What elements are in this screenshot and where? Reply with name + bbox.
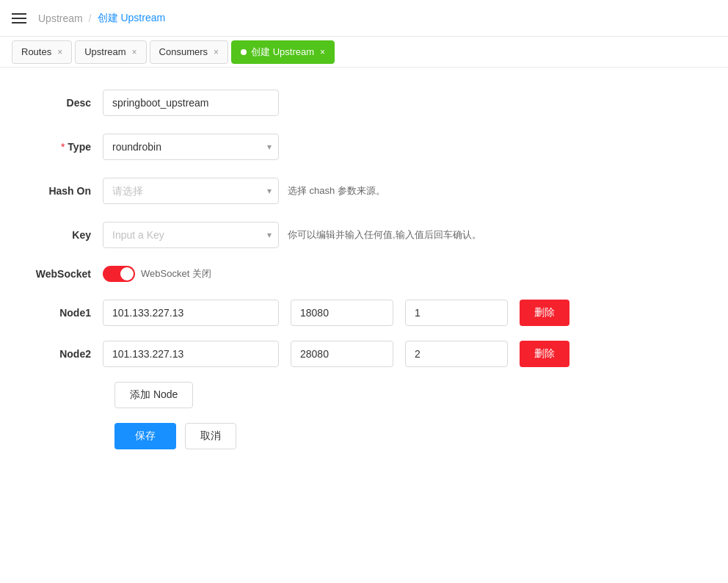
tab-consumers-label: Consumers: [159, 46, 208, 57]
tab-upstream-label: Upstream: [84, 46, 125, 57]
node1-weight-input[interactable]: [405, 300, 508, 326]
save-button[interactable]: 保存: [114, 423, 176, 449]
tab-create-upstream-label: 创建 Upstream: [251, 46, 314, 59]
header: Upstream / 创建 Upstream: [0, 0, 728, 37]
key-hint: 你可以编辑并输入任何值,输入值后回车确认。: [288, 228, 481, 242]
websocket-row: WebSocket WebSocket 关闭: [29, 266, 699, 282]
hashon-hint: 选择 chash 参数来源。: [288, 184, 385, 198]
breadcrumb: Upstream / 创建 Upstream: [38, 12, 165, 25]
action-row: 保存 取消: [114, 423, 699, 449]
hamburger-icon[interactable]: [12, 10, 26, 26]
key-select[interactable]: Input a Key: [103, 222, 279, 248]
type-select[interactable]: roundrobin chash ewma least_conn: [103, 134, 279, 160]
websocket-label: WebSocket: [29, 268, 103, 280]
tab-create-upstream[interactable]: 创建 Upstream ×: [231, 40, 335, 64]
tab-upstream[interactable]: Upstream ×: [75, 40, 146, 64]
websocket-status-label: WebSocket 关闭: [141, 267, 211, 280]
cancel-button[interactable]: 取消: [185, 423, 236, 449]
breadcrumb-root[interactable]: Upstream: [38, 12, 83, 24]
tab-consumers-close[interactable]: ×: [214, 47, 219, 57]
breadcrumb-separator: /: [89, 12, 92, 24]
tab-upstream-close[interactable]: ×: [132, 47, 137, 57]
desc-row: Desc: [29, 90, 699, 116]
node2-weight-input[interactable]: [405, 341, 508, 367]
hashon-label: Hash On: [29, 185, 103, 197]
add-node-button[interactable]: 添加 Node: [114, 382, 193, 408]
node2-delete-button[interactable]: 删除: [520, 341, 569, 367]
main-content: Desc Type roundrobin chash ewma least_co…: [0, 68, 728, 471]
desc-label: Desc: [29, 97, 103, 109]
hashon-select-wrapper: 请选择 vars header cookie consumer ▾: [103, 178, 279, 204]
hashon-select[interactable]: 请选择 vars header cookie consumer: [103, 178, 279, 204]
key-label: Key: [29, 229, 103, 241]
tab-routes[interactable]: Routes ×: [12, 40, 72, 64]
key-row: Key Input a Key ▾ 你可以编辑并输入任何值,输入值后回车确认。: [29, 222, 699, 248]
node1-label: Node1: [29, 307, 103, 319]
add-node-wrapper: 添加 Node: [29, 382, 699, 408]
key-select-wrapper: Input a Key ▾: [103, 222, 279, 248]
type-row: Type roundrobin chash ewma least_conn ▾: [29, 134, 699, 160]
websocket-toggle-wrapper: WebSocket 关闭: [103, 266, 211, 282]
node1-port-input[interactable]: [291, 300, 393, 326]
active-tab-dot: [241, 49, 247, 55]
tab-bar: Routes × Upstream × Consumers × 创建 Upstr…: [0, 37, 728, 68]
hashon-row: Hash On 请选择 vars header cookie consumer …: [29, 178, 699, 204]
node2-ip-input[interactable]: [103, 341, 279, 367]
breadcrumb-current: 创建 Upstream: [98, 12, 166, 25]
node2-port-input[interactable]: [291, 341, 393, 367]
node1-ip-input[interactable]: [103, 300, 279, 326]
node2-label: Node2: [29, 348, 103, 360]
tab-create-upstream-close[interactable]: ×: [320, 47, 325, 57]
node1-row: Node1 删除: [29, 300, 699, 326]
tab-routes-label: Routes: [21, 46, 51, 57]
node1-delete-button[interactable]: 删除: [520, 300, 569, 326]
type-label: Type: [29, 141, 103, 153]
node2-row: Node2 删除: [29, 341, 699, 367]
tab-consumers[interactable]: Consumers ×: [150, 40, 228, 64]
type-select-wrapper: roundrobin chash ewma least_conn ▾: [103, 134, 279, 160]
tab-routes-close[interactable]: ×: [57, 47, 62, 57]
desc-input[interactable]: [103, 90, 279, 116]
websocket-toggle[interactable]: [103, 266, 135, 282]
